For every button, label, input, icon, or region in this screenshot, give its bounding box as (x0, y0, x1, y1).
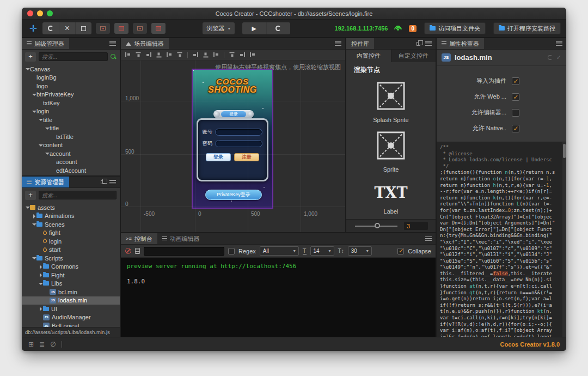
option-checkbox[interactable] (512, 125, 519, 132)
hierarchy-search-input[interactable] (39, 52, 108, 61)
tree-row[interactable]: Fight (22, 271, 120, 280)
align-tool-icon-12[interactable] (240, 52, 245, 57)
panel-menu-icon[interactable] (109, 180, 116, 184)
tree-row[interactable]: login (22, 107, 120, 116)
tab-scene-editor[interactable]: 场景编辑器 (121, 38, 169, 49)
panel-menu-icon[interactable] (109, 41, 116, 46)
password-field[interactable] (215, 140, 262, 147)
tree-row[interactable]: title (22, 124, 120, 133)
widget-zoom-slider[interactable] (355, 226, 397, 227)
tree-row[interactable]: txtKey (22, 99, 120, 107)
panel-menu-icon[interactable] (425, 236, 432, 241)
tree-arrow-icon[interactable] (32, 222, 36, 227)
log-level-select[interactable]: All▾ (260, 246, 299, 256)
tree-row[interactable]: password (22, 175, 120, 176)
search-filter-icon[interactable] (111, 54, 117, 60)
widget-item[interactable]: Splash Sprite (373, 81, 408, 123)
regex-checkbox[interactable] (228, 248, 235, 254)
tree-row[interactable]: Commons (22, 263, 120, 271)
tree-arrow-icon[interactable] (32, 92, 36, 97)
collapse-checkbox[interactable] (397, 248, 404, 254)
align-tool-icon-5[interactable] (177, 52, 182, 58)
tree-row[interactable]: Canvas (22, 65, 120, 74)
privatekey-login-button[interactable]: PrivateKey登录 (205, 190, 262, 200)
tab-animation-editor[interactable]: 动画编辑器 (157, 233, 205, 244)
tree-row[interactable]: AudioManager (22, 313, 120, 322)
widget-item[interactable]: TXTLabel (373, 180, 408, 215)
align-tool-icon-1[interactable] (136, 52, 141, 58)
tree-row[interactable]: UI (22, 305, 120, 313)
account-field[interactable] (215, 129, 262, 136)
tree-row[interactable]: Libs (22, 280, 120, 288)
tree-arrow-icon[interactable] (38, 306, 43, 311)
tree-row[interactable]: login (22, 237, 120, 246)
popout-icon[interactable] (101, 180, 105, 184)
tree-arrow-icon[interactable] (45, 151, 50, 156)
tab-hierarchy[interactable]: 层级管理器 (22, 38, 69, 49)
tab-assets[interactable]: 资源管理器 (22, 177, 69, 187)
rect-tool-button[interactable] (75, 22, 91, 34)
tree-row[interactable]: Animations (22, 212, 120, 221)
panel-menu-icon[interactable] (556, 41, 562, 46)
world-coord-button[interactable] (151, 23, 166, 34)
align-tool-icon-9[interactable] (213, 52, 219, 57)
option-checkbox[interactable] (512, 109, 519, 117)
tree-row[interactable]: logo (22, 82, 120, 90)
tree-row[interactable]: start (22, 246, 120, 254)
align-tool-icon-11[interactable] (230, 52, 235, 58)
tree-row[interactable]: txtTitle (22, 132, 120, 141)
tree-row[interactable]: Scenes (22, 220, 120, 229)
tab-console[interactable]: >≡ 控制台 (121, 233, 157, 244)
scene-view[interactable]: 使用鼠标右键平移视窗焦点，使用滚轮缩放视图 COCOS SHOOTING 登录 (121, 60, 345, 232)
tree-arrow-icon[interactable] (38, 281, 43, 286)
align-tool-icon-4[interactable] (167, 52, 172, 57)
game-canvas[interactable]: COCOS SHOOTING 登录 账号 (192, 69, 273, 209)
slider-knob[interactable] (375, 223, 380, 228)
tab-widget-library[interactable]: 控件库 (346, 38, 374, 49)
tree-row[interactable]: account (22, 149, 120, 158)
tab-inspector[interactable]: 属性检查器 (437, 38, 484, 49)
console-filter-input[interactable] (144, 247, 224, 256)
align-tool-icon-3[interactable] (157, 52, 162, 58)
tree-arrow-icon[interactable] (32, 109, 36, 114)
tree-row[interactable]: btnPrivateKey (22, 90, 120, 99)
tree-row[interactable]: account (22, 158, 120, 167)
option-checkbox[interactable] (512, 77, 519, 85)
move-tool-button[interactable]: ✛ (27, 22, 39, 34)
tab-custom-widgets[interactable]: 自定义控件 (391, 50, 436, 62)
rotate-tool-button[interactable] (42, 22, 59, 34)
widget-item[interactable]: Sprite (373, 131, 408, 173)
align-tool-icon-7[interactable] (193, 52, 198, 57)
tree-arrow-icon[interactable] (38, 264, 43, 269)
tree-arrow-icon[interactable] (32, 214, 36, 219)
open-project-folder-button[interactable]: 访问项目文件夹 (424, 22, 486, 34)
tree-row[interactable]: assets (22, 203, 120, 212)
create-node-button[interactable]: + (25, 52, 36, 62)
compile-icon[interactable]: ∅ (50, 341, 56, 348)
tree-arrow-icon[interactable] (38, 272, 43, 277)
refresh-button[interactable] (266, 22, 290, 34)
tree-arrow-icon[interactable] (45, 126, 50, 131)
tree-row[interactable]: lodash.min (22, 296, 120, 305)
panel-menu-icon[interactable] (425, 41, 432, 46)
preview-target-select[interactable]: 浏览器 ▾ (203, 22, 235, 34)
anchor-toggle-button[interactable] (114, 23, 128, 34)
reset-icon[interactable] (548, 55, 553, 60)
open-install-path-button[interactable]: 打开程序安装路径 (493, 22, 561, 34)
tree-row[interactable]: title (22, 116, 120, 124)
tree-arrow-icon[interactable] (25, 205, 30, 210)
tree-arrow-icon[interactable] (25, 66, 30, 71)
tree-row[interactable]: loginBg (22, 74, 120, 82)
play-button[interactable]: ▶ (242, 22, 266, 34)
panel-menu-icon[interactable] (335, 41, 341, 46)
code-scrollbar[interactable] (562, 142, 566, 337)
scale-tool-button[interactable]: × (59, 22, 75, 34)
tree-row[interactable]: BclLogical (22, 322, 120, 327)
layers-icon[interactable]: ≣ (39, 341, 45, 348)
tree-arrow-icon[interactable] (38, 143, 43, 148)
tree-row[interactable]: fight (22, 229, 120, 238)
tree-arrow-icon[interactable] (32, 256, 36, 260)
settings-grid-icon[interactable]: ⊞ (28, 341, 34, 348)
align-tool-icon-13[interactable] (250, 52, 255, 57)
tree-row[interactable]: content (22, 141, 120, 150)
